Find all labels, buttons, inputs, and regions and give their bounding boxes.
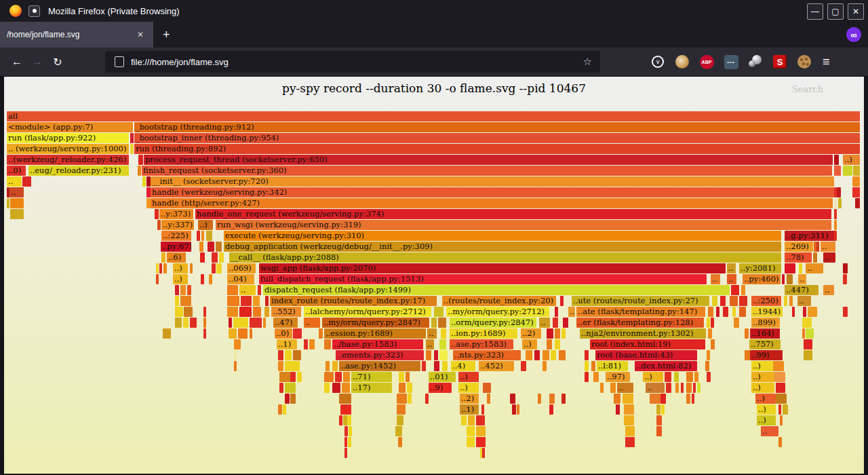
- flame-cell[interactable]: execute (werkzeug/serving.py:310): [224, 231, 781, 241]
- flame-cell[interactable]: ..(werkzeug/_reloader.py:426): [7, 155, 129, 165]
- flame-cell[interactable]: ..(routes/route_index.py:20): [442, 296, 556, 306]
- flame-cell[interactable]: [138, 155, 143, 165]
- flame-cell[interactable]: [521, 361, 526, 371]
- menu-icon[interactable]: ≡: [823, 55, 830, 69]
- flame-cell[interactable]: ..ute (routes/route_index.py:27): [572, 296, 709, 306]
- flame-cell[interactable]: [561, 394, 566, 404]
- flame-cell[interactable]: [434, 361, 439, 371]
- flame-cell[interactable]: ..my/orm/query.py:2847): [322, 318, 429, 328]
- flame-cell[interactable]: [707, 318, 710, 328]
- url-bar[interactable]: file:///home/jon/flame.svg ☆: [105, 51, 600, 73]
- flame-cell[interactable]: index_route (routes/route_index.py:17): [270, 296, 437, 306]
- flame-cell[interactable]: [441, 328, 446, 339]
- pocket-icon[interactable]: ∨: [650, 54, 665, 69]
- flame-cell[interactable]: [407, 383, 412, 393]
- flame-cell[interactable]: [585, 372, 589, 382]
- flame-cell[interactable]: ..: [7, 176, 22, 187]
- flame-cell[interactable]: [216, 242, 222, 252]
- flame-cell[interactable]: [538, 394, 541, 404]
- flame-cell[interactable]: ..): [751, 372, 774, 382]
- flame-cell[interactable]: ..: [806, 263, 823, 273]
- flame-cell[interactable]: <module> (app.py:7): [7, 122, 133, 132]
- flame-cell[interactable]: run_wsgi (werkzeug/serving.py:319): [216, 220, 831, 230]
- flame-cell[interactable]: [283, 404, 286, 415]
- flame-cell[interactable]: ..my/orm/query.py:2712): [446, 307, 549, 317]
- flame-cell[interactable]: ..269): [785, 242, 813, 252]
- flame-cell[interactable]: [7, 198, 9, 208]
- flame-cell[interactable]: [279, 372, 290, 382]
- flame-cell[interactable]: ..: [727, 263, 736, 273]
- flame-cell[interactable]: [660, 394, 666, 404]
- flame-cell[interactable]: ..): [757, 404, 776, 415]
- flame-cell[interactable]: [263, 318, 266, 328]
- flame-cell[interactable]: ..0): [7, 166, 26, 176]
- flame-cell[interactable]: [625, 437, 635, 447]
- flame-cell[interactable]: ..orm/query.py:2847): [450, 318, 536, 328]
- flame-cell[interactable]: [804, 350, 812, 360]
- flame-cell[interactable]: [692, 394, 694, 404]
- flame-cell[interactable]: [666, 383, 671, 393]
- flame-cell[interactable]: ..71): [351, 372, 392, 382]
- flame-cell[interactable]: [785, 263, 795, 273]
- flame-cell[interactable]: [264, 307, 269, 317]
- back-button[interactable]: ←: [7, 56, 27, 68]
- flame-cell[interactable]: ..: [798, 274, 806, 284]
- flame-cell[interactable]: ..2): [521, 328, 541, 339]
- flame-cell[interactable]: [510, 394, 515, 404]
- flame-cell[interactable]: [838, 198, 842, 208]
- flame-cell[interactable]: [265, 296, 269, 306]
- flame-cell[interactable]: [285, 394, 290, 404]
- flame-cell[interactable]: ..552): [271, 307, 301, 317]
- flame-cell[interactable]: ..1): [277, 339, 297, 349]
- flame-cell[interactable]: ..447): [785, 285, 818, 295]
- flame-cell[interactable]: [693, 383, 696, 393]
- flame-cell[interactable]: all: [7, 111, 860, 121]
- flame-cell[interactable]: [332, 361, 338, 371]
- flame-cell[interactable]: [293, 328, 302, 339]
- flame-cell[interactable]: [398, 437, 402, 447]
- flame-cell[interactable]: [773, 361, 784, 371]
- flame-cell[interactable]: [434, 350, 438, 360]
- flame-cell[interactable]: [201, 231, 204, 241]
- flame-cell[interactable]: [184, 307, 193, 317]
- flame-cell[interactable]: ..): [198, 220, 213, 230]
- flame-cell[interactable]: ..78): [785, 252, 812, 263]
- flame-cell[interactable]: [467, 426, 475, 436]
- flame-cell[interactable]: [656, 404, 660, 415]
- flame-cell[interactable]: [656, 426, 662, 436]
- flame-cell[interactable]: [425, 394, 429, 404]
- flame-cell[interactable]: dispatch_request (flask/app.py:1499): [263, 285, 730, 295]
- cookie-extension-icon[interactable]: [797, 54, 812, 69]
- flame-cell[interactable]: debug_application (werkzeug/debug/__init…: [224, 242, 781, 252]
- close-button[interactable]: ✕: [848, 3, 864, 20]
- flame-cell[interactable]: [542, 350, 549, 360]
- flame-cell[interactable]: [697, 383, 701, 393]
- flame-cell[interactable]: [512, 404, 516, 415]
- flame-cell[interactable]: [431, 318, 437, 328]
- flame-cell[interactable]: [408, 394, 412, 404]
- flame-cell[interactable]: handle (http/server.py:427): [151, 198, 833, 208]
- flame-cell[interactable]: [661, 404, 665, 415]
- flame-cell[interactable]: [616, 404, 620, 415]
- flame-cell[interactable]: [22, 176, 31, 187]
- bookmark-star-icon[interactable]: ☆: [583, 56, 592, 68]
- flame-cell[interactable]: [745, 328, 749, 339]
- flame-cell[interactable]: [163, 263, 167, 273]
- flame-cell[interactable]: [340, 404, 351, 415]
- flame-cell[interactable]: [526, 350, 532, 360]
- flame-cell[interactable]: [843, 274, 847, 284]
- flame-cell[interactable]: [852, 176, 860, 187]
- minimize-button[interactable]: —: [807, 3, 823, 20]
- flame-cell[interactable]: ..): [757, 415, 776, 425]
- flame-cell[interactable]: [438, 318, 446, 328]
- flame-cell[interactable]: ..): [458, 372, 479, 382]
- flame-cell[interactable]: ..ase.py:1583): [450, 339, 513, 349]
- flame-cell[interactable]: [681, 383, 684, 393]
- flame-cell[interactable]: [439, 339, 446, 349]
- flame-cell[interactable]: [560, 296, 564, 306]
- flame-cell[interactable]: [711, 339, 715, 349]
- flame-cell[interactable]: [253, 296, 260, 306]
- flame-cell[interactable]: [339, 394, 351, 404]
- flame-cell[interactable]: [553, 318, 558, 328]
- flame-cell[interactable]: [542, 361, 547, 371]
